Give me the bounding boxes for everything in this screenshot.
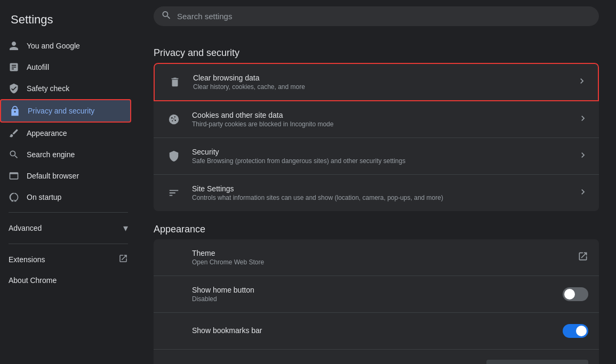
privacy-section-title: Privacy and security [154, 47, 599, 59]
font-size-wrapper: Medium (Recommended) Small Large Very La… [486, 360, 588, 365]
show-bookmarks-bar-text: Show bookmarks bar [192, 326, 563, 336]
font-size-icon [164, 358, 183, 364]
appearance-section-title: Appearance [154, 224, 599, 235]
show-home-button-text: Show home button Disabled [192, 286, 563, 303]
show-home-button-row[interactable]: Show home button Disabled [154, 276, 599, 313]
autofill-icon [9, 62, 19, 72]
clear-browsing-data-subtitle: Clear history, cookies, cache, and more [193, 83, 577, 91]
theme-row[interactable]: Theme Open Chrome Web Store [154, 239, 599, 276]
security-subtitle: Safe Browsing (protection from dangerous… [192, 157, 578, 165]
show-bookmarks-bar-row[interactable]: Show bookmarks bar [154, 313, 599, 350]
svg-point-5 [173, 118, 174, 119]
show-home-button-toggle[interactable] [563, 287, 588, 301]
sidebar-item-appearance[interactable]: Appearance [0, 123, 131, 144]
privacy-settings-card: Clear browsing data Clear history, cooki… [154, 63, 599, 211]
cookies-text: Cookies and other site data Third-party … [192, 111, 578, 128]
cookie-icon [164, 110, 183, 129]
sidebar-label-privacy: Privacy and security [28, 107, 122, 115]
theme-title: Theme [192, 249, 578, 257]
cookies-subtitle: Third-party cookies are blocked in Incog… [192, 120, 578, 128]
appearance-settings-card: Theme Open Chrome Web Store Show home bu… [154, 239, 599, 364]
bookmarks-icon [164, 321, 183, 341]
sidebar-extensions[interactable]: Extensions [0, 248, 137, 271]
chevron-right-icon-3 [578, 150, 588, 163]
sidebar-label-appearance: Appearance [27, 129, 123, 137]
home-button-icon [164, 285, 183, 304]
lock-icon [10, 106, 20, 116]
security-text: Security Safe Browsing (protection from … [192, 148, 578, 165]
svg-point-2 [174, 116, 175, 117]
search-icon [161, 10, 172, 23]
site-settings-subtitle: Controls what information sites can use … [192, 194, 578, 201]
sidebar-label-search-engine: Search engine [27, 150, 123, 159]
settings-title: Settings [0, 5, 137, 35]
sidebar-item-you-and-google[interactable]: You and Google [0, 35, 131, 56]
svg-point-3 [174, 119, 176, 121]
theme-text: Theme Open Chrome Web Store [192, 249, 578, 266]
show-home-button-subtitle: Disabled [192, 295, 563, 303]
theme-icon [164, 248, 183, 267]
font-size-row[interactable]: Font size Medium (Recommended) Small Lar… [154, 350, 599, 364]
sidebar-item-on-startup[interactable]: On startup [0, 187, 131, 208]
default-browser-icon [9, 171, 19, 181]
chevron-right-icon [577, 76, 587, 89]
theme-subtitle: Open Chrome Web Store [192, 258, 578, 266]
search-input[interactable] [154, 6, 599, 26]
sidebar-label-default-browser: Default browser [27, 172, 123, 180]
sidebar-advanced[interactable]: Advanced ▾ [0, 217, 137, 239]
security-title: Security [192, 148, 578, 156]
sidebar-item-default-browser[interactable]: Default browser [0, 165, 131, 187]
sidebar-label-you-and-google: You and Google [27, 42, 123, 50]
main-content: Privacy and security Clear browsing data… [137, 0, 616, 364]
security-row[interactable]: Security Safe Browsing (protection from … [154, 138, 599, 175]
external-link-icon [118, 254, 128, 265]
sidebar-label-extensions: Extensions [9, 255, 111, 264]
sidebar: Settings You and Google Autofill Safety … [0, 0, 137, 364]
toggle-knob-2 [576, 326, 587, 336]
sidebar-divider-2 [9, 244, 128, 244]
sidebar-label-advanced: Advanced [9, 224, 116, 232]
cookies-row[interactable]: Cookies and other site data Third-party … [154, 101, 599, 138]
sidebar-label-on-startup: On startup [27, 193, 123, 201]
on-startup-icon [9, 192, 19, 203]
sidebar-divider [9, 212, 128, 213]
shield-check-icon [9, 83, 19, 94]
sidebar-item-autofill[interactable]: Autofill [0, 56, 131, 78]
site-settings-row[interactable]: Site Settings Controls what information … [154, 175, 599, 211]
font-size-select[interactable]: Medium (Recommended) Small Large Very La… [486, 360, 588, 365]
cookies-title: Cookies and other site data [192, 111, 578, 119]
toggle-knob [564, 289, 575, 300]
trash-icon [165, 72, 185, 92]
sidebar-item-privacy-and-security[interactable]: Privacy and security [0, 99, 131, 123]
settings-content: Privacy and security Clear browsing data… [137, 33, 616, 364]
site-settings-title: Site Settings [192, 184, 578, 193]
sidebar-item-about-chrome[interactable]: About Chrome [0, 271, 131, 290]
clear-browsing-data-row[interactable]: Clear browsing data Clear history, cooki… [154, 63, 599, 101]
sidebar-item-safety-check[interactable]: Safety check [0, 78, 131, 99]
svg-point-4 [172, 120, 173, 122]
sidebar-item-search-engine[interactable]: Search engine [0, 144, 131, 165]
search-wrapper [154, 6, 599, 26]
site-settings-icon [164, 183, 183, 203]
search-bar-container [137, 0, 616, 33]
chevron-right-icon-2 [578, 113, 588, 126]
clear-browsing-data-title: Clear browsing data [193, 74, 577, 82]
chevron-down-icon: ▾ [123, 222, 128, 234]
sidebar-label-about-chrome: About Chrome [9, 276, 123, 285]
person-icon [9, 41, 19, 51]
paintbrush-icon [9, 128, 19, 139]
chevron-right-icon-4 [578, 187, 588, 200]
show-home-button-title: Show home button [192, 286, 563, 294]
search-engine-icon [9, 149, 19, 160]
security-icon [164, 147, 183, 166]
show-bookmarks-bar-title: Show bookmarks bar [192, 326, 563, 335]
sidebar-label-safety-check: Safety check [27, 84, 123, 93]
site-settings-text: Site Settings Controls what information … [192, 184, 578, 201]
clear-browsing-data-text: Clear browsing data Clear history, cooki… [193, 74, 577, 91]
external-icon [578, 251, 588, 264]
show-bookmarks-bar-toggle[interactable] [563, 324, 588, 338]
svg-point-1 [171, 117, 173, 119]
sidebar-label-autofill: Autofill [27, 63, 123, 71]
